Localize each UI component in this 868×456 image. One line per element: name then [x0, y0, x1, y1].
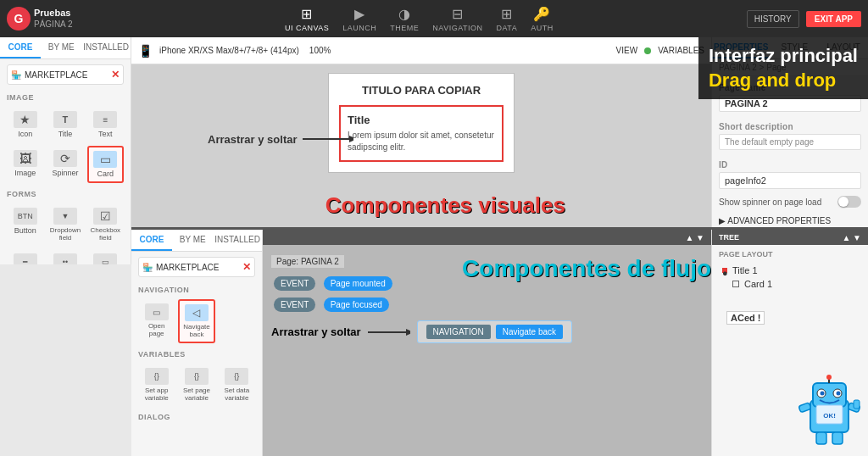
device-icon: 📱	[138, 44, 153, 58]
id-label: ID	[719, 160, 861, 170]
svg-rect-15	[816, 432, 826, 444]
id-field: ID pageInfo2	[712, 153, 868, 192]
bottom-tab-core[interactable]: CORE	[131, 230, 172, 251]
sidebar-tabs: CORE BY ME INSTALLED	[0, 37, 131, 59]
comp-spinner-img: ⟳	[53, 150, 77, 167]
image-components: ★ Icon T Title ≡ Text 🖼 Image ⟳ Spinner …	[0, 103, 131, 186]
collapse-icon[interactable]: ▲ ▼	[685, 233, 704, 242]
event-row-2: EVENT Page focused	[271, 296, 703, 314]
comp-title-img: T	[53, 111, 77, 128]
comp-slider[interactable]: ━ Slider field	[7, 249, 43, 264]
data-icon: ⊞	[501, 6, 513, 22]
advanced-properties[interactable]: ▶ ADVANCED PROPERTIES	[712, 211, 868, 227]
components-overlay: Componentes visuales	[326, 192, 565, 219]
arrow-bottom-svg	[368, 325, 410, 339]
tree-item-card-label: Card 1	[744, 279, 772, 289]
svg-rect-14	[854, 400, 860, 409]
nav-action: NAVIGATION Navigate back	[417, 320, 573, 343]
robot-mascot: OK!	[798, 375, 861, 449]
comp-title[interactable]: T Title	[47, 107, 83, 142]
phone-frame: TITULO PARA COPIAR Title Lorem ipsum dol…	[328, 73, 515, 173]
comp-checkbox-label: Checkbox field	[90, 226, 121, 242]
bottom-tab-byme[interactable]: BY ME	[172, 230, 213, 251]
comp-card[interactable]: ▭ Card	[87, 146, 124, 183]
comp-image[interactable]: 🖼 Image	[7, 146, 43, 183]
comp-navigate-back[interactable]: ◁ Navigate back	[178, 299, 214, 343]
comp-set-app-var-img: {}	[145, 368, 169, 385]
nav-launch[interactable]: ▶ LAUNCH	[342, 6, 376, 32]
view-button[interactable]: VIEW	[616, 46, 638, 55]
toggle-knob	[838, 197, 849, 207]
comp-set-app-var[interactable]: {} Set app variable	[138, 364, 175, 406]
tree-collapse-icon[interactable]: ▲ ▼	[842, 233, 861, 242]
nav-navigation-label: NAVIGATION	[432, 24, 482, 32]
nav-data[interactable]: ⊞ DATA	[497, 6, 518, 32]
sidebar-tab-byme[interactable]: BY ME	[41, 37, 81, 58]
comp-spinner-label: Spinner	[52, 169, 78, 177]
comp-icon[interactable]: ★ Icon	[7, 107, 43, 142]
device-selector[interactable]: iPhone XR/XS Max/8+/7+/8+ (414px)	[159, 46, 299, 55]
spinner-toggle[interactable]	[837, 196, 861, 208]
nav-ui-canvas-label: UI CANVAS	[285, 24, 329, 32]
svg-text:OK!: OK!	[823, 412, 836, 420]
bottom-tab-installed[interactable]: INSTALLED	[213, 230, 262, 251]
zoom-level[interactable]: 100%	[309, 46, 331, 55]
overlay-line1: Interfaz principal	[709, 44, 858, 69]
tree-item-title[interactable]: ● Title 1	[719, 264, 861, 277]
comp-set-page-var[interactable]: {} Set page variable	[178, 364, 214, 406]
comp-checkbox-img: ☑	[93, 208, 117, 225]
sidebar-tab-installed[interactable]: INSTALLED	[81, 37, 131, 58]
history-button[interactable]: HISTORY	[747, 10, 799, 28]
comp-text[interactable]: ≡ Text	[87, 107, 124, 142]
variables-button[interactable]: VARIABLES	[658, 46, 704, 55]
card-text: Lorem ipsum dolor sit amet, consetetur s…	[348, 130, 495, 153]
tree-item-card[interactable]: Card 1	[729, 277, 861, 291]
nav-navigation[interactable]: ⊟ NAVIGATION	[432, 6, 482, 32]
collapse-bar: ▲ ▼	[263, 230, 711, 245]
comp-set-page-var-img: {}	[185, 368, 209, 385]
comp-password-img: ••	[53, 253, 77, 264]
comp-card-img: ▭	[93, 151, 117, 168]
marketplace-button[interactable]: 🏪 MARKETPLACE ✕	[7, 64, 124, 85]
card-component: Title Lorem ipsum dolor sit amet, conset…	[339, 105, 504, 162]
page-layout-label: PAGE LAYOUT	[719, 250, 861, 259]
event-row-1: EVENT Page mounted	[271, 275, 703, 292]
comp-button[interactable]: BTN Button	[7, 203, 43, 246]
bottom-marketplace-close[interactable]: ✕	[242, 261, 251, 273]
marketplace-close-icon[interactable]: ✕	[111, 69, 120, 81]
comp-set-data-var[interactable]: {} Set data variable	[219, 364, 255, 406]
comp-password[interactable]: •• Password field	[47, 249, 83, 264]
tree-header: TREE	[719, 233, 739, 242]
nav-theme[interactable]: ◑ THEME	[390, 6, 419, 32]
comp-icon-label: Icon	[18, 130, 32, 138]
comp-spinner[interactable]: ⟳ Spinner	[47, 146, 83, 183]
drag-label-bottom: Arrastrar y soltar	[271, 325, 361, 338]
comp-open-page-label: Open page	[141, 322, 172, 337]
sidebar-tab-core[interactable]: CORE	[0, 37, 41, 58]
comp-dropdown-label: Dropdown field	[49, 226, 81, 242]
phone-title: TITULO PARA COPIAR	[339, 84, 504, 97]
bottom-left-sidebar: CORE BY ME INSTALLED 🏪 MARKETPLACE ✕ NAV…	[131, 230, 263, 456]
short-desc-value[interactable]: The default empty page	[719, 134, 861, 150]
exit-button[interactable]: EXIT APP	[806, 11, 861, 27]
comp-dropdown[interactable]: ▼ Dropdown field	[47, 203, 83, 246]
nav-ui-canvas[interactable]: ⊞ UI CANVAS	[285, 6, 329, 32]
nav-auth[interactable]: 🔑 AUTH	[531, 6, 554, 32]
comp-set-page-var-label: Set page variable	[181, 386, 212, 402]
svg-marker-3	[406, 329, 410, 336]
id-value[interactable]: pageInfo2	[719, 172, 861, 189]
tree-collapse-bar: TREE ▲ ▼	[712, 230, 868, 245]
bottom-canvas: ▲ ▼ Page: PAGINA 2 EVENT Page mounted EV…	[263, 230, 711, 456]
auth-icon: 🔑	[533, 6, 551, 22]
bottom-marketplace-button[interactable]: 🏪 MARKETPLACE ✕	[138, 257, 255, 277]
comp-slider-img: ━	[14, 253, 37, 264]
comp-open-page[interactable]: ▭ Open page	[138, 299, 175, 343]
nav-data-label: DATA	[497, 24, 518, 32]
forms-components: BTN Button ▼ Dropdown field ☑ Checkbox f…	[0, 200, 131, 264]
comp-checkbox[interactable]: ☑ Checkbox field	[87, 203, 124, 246]
nav-section-label: NAVIGATION	[131, 282, 262, 296]
nav-action-chip: Navigate back	[496, 325, 563, 339]
nav-center: ⊞ UI CANVAS ▶ LAUNCH ◑ THEME ⊟ NAVIGATIO…	[95, 6, 743, 32]
nav-right: HISTORY EXIT APP	[747, 10, 861, 28]
comp-input[interactable]: ▭ Input field	[87, 249, 124, 264]
